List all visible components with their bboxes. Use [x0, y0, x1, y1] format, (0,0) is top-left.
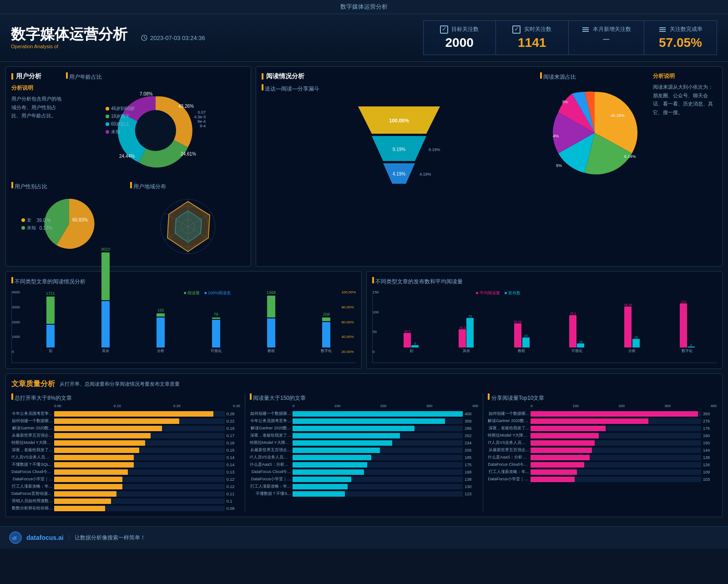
bar-track [293, 491, 463, 497]
article-quality-panel: 文章质量分析 从打开率、总阅读量和分享阅读情况考量发布文章质量 总打开率大于8%… [5, 373, 723, 517]
bar-value: 0.14 [227, 455, 240, 460]
datetime-text: 2023-07-03 03:24:36 [150, 35, 205, 41]
user-analysis-note: 用户分析 分析说明 用户分析包含用户的地域分布、用户性别占比、用户年龄占比。 [11, 72, 61, 178]
bar-value: 0.13 [227, 470, 240, 474]
title-bar-accent-2 [66, 72, 68, 79]
bar-digital-pct [322, 322, 330, 347]
bar-track [293, 433, 463, 438]
stat-target-label: 目标关注数 [436, 25, 483, 34]
bar-fill [54, 426, 162, 431]
pub-group-visual: 76.3 10 可视化 [552, 312, 602, 353]
list-item: DataFocus小学堂｜... 0.12 [11, 476, 240, 482]
source-pie-svg: 40.16% 6.14% 5% 4% 3% [545, 83, 645, 183]
high-reads-bars: 如何创建一个数据驱... 400 今年公务员国考竞争... 358 解读Gart… [250, 411, 479, 497]
bar-label: 什么是AaaS：分析即揭... [488, 454, 529, 460]
bar-fill [54, 418, 179, 424]
svg-text:3%: 3% [562, 100, 568, 104]
age-chart-title: 用户年龄占比 [66, 72, 245, 81]
region-radar-svg [147, 192, 229, 261]
bar-tutorial-reads [267, 296, 275, 317]
bar-value: 0.16 [227, 441, 240, 445]
user-analysis-title: 用户分析 [11, 72, 61, 81]
bar-value: 138 [703, 455, 717, 460]
bar-label: IT人员VS业务人员辩... [250, 454, 291, 460]
bar-value: 123 [465, 492, 478, 496]
footer-divider: | [68, 534, 70, 542]
stat-new-value: — [581, 35, 631, 43]
list-item: 不懂数据？不懂SQL... 0.14 [11, 462, 240, 468]
svg-text:4%: 4% [553, 134, 559, 138]
bar-track [293, 448, 463, 453]
bar-label: 数数分析师在给你画... [11, 505, 52, 511]
bar-track [531, 455, 701, 460]
list-item: 深夜，老板给我发了... 252 [250, 433, 479, 438]
bar-label: 如何创建一个数据驱... [250, 411, 291, 417]
bar-fill [531, 455, 589, 460]
gender-chart-title: 用户性别占比 [11, 182, 126, 191]
bar-track [293, 440, 463, 446]
bar-value: 0.17 [227, 433, 240, 438]
bar-track [54, 455, 225, 460]
pub-group-other: 43.2 70 其余 [441, 315, 491, 353]
bar-track [54, 462, 225, 468]
bar-group-hua: 1721 划 [25, 291, 75, 353]
quality-title: 文章质量分析 [11, 379, 55, 389]
bar-value: 103 [703, 477, 717, 482]
pub-analysis-avg [624, 307, 632, 347]
bar-track [293, 455, 463, 460]
quality-header: 文章质量分析 从打开率、总阅读量和分享阅读情况考量发布文章质量 [11, 379, 717, 389]
list-item: 特斯拉Model Y大降价... 160 [488, 433, 717, 438]
bar-value: 358 [465, 419, 478, 423]
funnel-panel: 阅读情况分析 送达—阅读—分享漏斗 100.00% [262, 72, 536, 261]
bar-value: 160 [703, 433, 717, 438]
layers-icon [581, 25, 590, 34]
bar-track [54, 433, 225, 438]
list-item: 什么是AaaS：分析即揭... 138 [488, 454, 717, 460]
source-pie-title: 阅读来源占比 [540, 72, 649, 81]
bar-fill [54, 498, 111, 504]
check-icon-2 [512, 25, 521, 34]
svg-text:60.83%: 60.83% [72, 217, 88, 222]
svg-text:43.26%: 43.26% [178, 104, 194, 109]
bar-track [293, 477, 463, 482]
list-item: 特斯拉Model Y大降价... 234 [250, 440, 479, 446]
footer: df datafocus.ai | 让数据分析像搜索一样简单！ [0, 526, 728, 549]
reading-type-panel: 不同类型文章的阅读情况分析 40003000200010000 100.00%8… [5, 271, 362, 369]
pub-visual-avg [569, 315, 576, 347]
bar-label: 营销人员如何用漫数... [11, 498, 52, 504]
bar-fill [54, 411, 213, 417]
pub-group-hua: 34.6 5 划 [386, 330, 436, 353]
bar-track [54, 411, 225, 417]
open-rate-bars: 今年公务员国考竞争... 0.28 如何创建一个数据驱... 0.22 解读Ga… [11, 411, 240, 511]
bar-label: 打工人涨薪攻略：年... [488, 469, 529, 475]
region-chart-area: 用户地域分布 [130, 182, 245, 261]
bar-value: 252 [465, 433, 478, 438]
bar-label: 从最新世界五百强企... [250, 447, 291, 453]
bar-other-pct [101, 301, 110, 347]
bar-label: 深夜，老板给我发了... [11, 447, 52, 453]
title-bar-accent-3 [11, 182, 13, 188]
bar-hua-reads [46, 297, 55, 324]
stat-realtime-followers: 实时关注数 1141 [496, 20, 569, 55]
svg-text:9.19%: 9.19% [429, 147, 440, 152]
bar-visual-pct [212, 320, 220, 347]
bar-fill [531, 418, 648, 424]
bar-label: 解读Gartner 2020数... [250, 425, 291, 431]
source-pie-chart: 40.16% 6.14% 5% 4% 3% [545, 83, 645, 183]
bar-track [531, 411, 701, 417]
stat-target-followers: 目标关注数 2000 [423, 20, 496, 55]
bar-visual-reads [212, 317, 220, 319]
bar-label: IT人员VS业务人员辩... [11, 454, 52, 460]
bar-label: 特斯拉Model Y大降价... [250, 440, 291, 446]
reading-analysis-note: 分析说明 阅读来源从大到小依次为：朋友圈、公众号、聊天会话、看一看、历史消息、其… [653, 72, 717, 261]
bar-track [293, 484, 463, 489]
list-item: IT人员VS业务人员辩... 0.14 [11, 454, 240, 460]
title-bar-accent-7 [540, 72, 542, 79]
reading-type-title: 不同类型文章的阅读情况分析 [11, 277, 356, 286]
list-item: 营销人员如何用漫数... 0.1 [11, 498, 240, 504]
title-bar-accent-12 [488, 393, 490, 400]
bar-fill [293, 440, 392, 446]
funnel-svg: 100.00% 9.19% 4.19% 9.19% 4.19% [349, 97, 449, 188]
main-content: 用户分析 分析说明 用户分析包含用户的地域分布、用户性别占比、用户年龄占比。 用… [0, 62, 728, 526]
funnel-chart: 100.00% 9.19% 4.19% 9.19% 4.19% [262, 97, 536, 190]
